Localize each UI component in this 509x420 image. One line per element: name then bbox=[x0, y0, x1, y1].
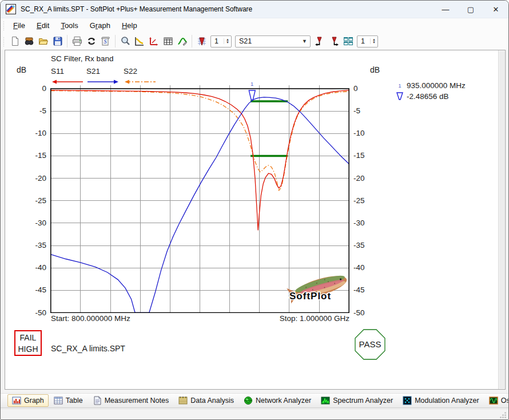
y-tick-left: -30 bbox=[22, 219, 46, 228]
close-button[interactable]: ✕ bbox=[483, 1, 508, 18]
save-file-icon bbox=[52, 35, 63, 47]
y-tick-right: -15 bbox=[353, 151, 379, 160]
toolbar-separator bbox=[67, 35, 67, 47]
y-tick-right: -20 bbox=[353, 174, 379, 183]
print-icon bbox=[71, 35, 83, 47]
toolbar: S 1 ▲▼ S21 ▼ bbox=[1, 33, 508, 50]
menu-gripper bbox=[3, 21, 5, 30]
print-button[interactable] bbox=[70, 34, 84, 49]
y-tick-right: -10 bbox=[353, 129, 379, 138]
tab-data-analysis[interactable]: Data Analysis bbox=[174, 394, 238, 407]
autoscale-button[interactable] bbox=[132, 34, 146, 49]
trace-settings-button[interactable] bbox=[175, 34, 189, 49]
y-tick-right: 0 bbox=[353, 84, 379, 93]
save-file-button[interactable] bbox=[50, 34, 65, 49]
axes-settings-button[interactable] bbox=[146, 34, 161, 49]
y-tick-left: -20 bbox=[22, 174, 46, 183]
marker-triangle-icon bbox=[393, 92, 407, 101]
parameter-select[interactable]: S21 ▼ bbox=[235, 35, 311, 47]
y-tick-left: -5 bbox=[22, 106, 46, 116]
refresh-icon bbox=[86, 35, 97, 47]
menu-item-graph[interactable]: Graph bbox=[84, 19, 116, 31]
fail-line-2: HIGH bbox=[18, 343, 38, 355]
vertical-scrollbar[interactable] bbox=[498, 50, 505, 389]
notes-icon bbox=[93, 396, 102, 405]
menu-item-help[interactable]: Help bbox=[116, 19, 143, 31]
maximize-button[interactable]: ▢ bbox=[458, 1, 483, 18]
file-name-label: SC_RX_A limits.SPT bbox=[51, 344, 125, 353]
tab-label: Oscilloscope bbox=[501, 397, 509, 405]
app-icon bbox=[6, 4, 16, 14]
marker-button[interactable] bbox=[194, 34, 209, 49]
data-table-button[interactable] bbox=[161, 34, 175, 49]
oscilloscope-icon bbox=[489, 396, 498, 405]
tab-label: Table bbox=[66, 397, 83, 405]
tab-modulation-analyzer[interactable]: Modulation Analyzer bbox=[398, 394, 484, 407]
graph-icon bbox=[12, 396, 21, 405]
script-editor-button[interactable]: S bbox=[98, 34, 113, 49]
network-analyzer-icon bbox=[244, 396, 253, 405]
scrollbar-thumb[interactable] bbox=[499, 51, 504, 389]
spinner-arrows-icon[interactable]: ▲▼ bbox=[224, 38, 231, 44]
stop-frequency-label: Stop: 1.000000 GHz bbox=[229, 314, 349, 323]
tab-graph[interactable]: Graph bbox=[7, 394, 49, 407]
marker-number: 1 bbox=[393, 83, 407, 89]
open-file-icon bbox=[38, 35, 49, 47]
pass-label: PASS bbox=[359, 339, 381, 349]
marker-triangle[interactable] bbox=[249, 90, 255, 100]
menu-item-edit[interactable]: Edit bbox=[31, 19, 55, 31]
trace-number-value: 1 bbox=[214, 37, 218, 45]
refresh-button[interactable] bbox=[84, 34, 98, 49]
tab-label: Spectrum Analyzer bbox=[333, 397, 393, 405]
y-tick-right: -35 bbox=[353, 241, 379, 250]
new-document-icon bbox=[9, 35, 21, 47]
resize-grip[interactable] bbox=[499, 411, 507, 419]
spinner-arrows-icon[interactable]: ▲▼ bbox=[370, 38, 377, 44]
y-tick-left: -40 bbox=[22, 263, 46, 272]
tab-label: Measurement Notes bbox=[105, 397, 169, 405]
y-tick-right: -5 bbox=[353, 106, 379, 116]
marker-search-left-button[interactable] bbox=[312, 34, 327, 49]
tab-measurement-notes[interactable]: Measurement Notes bbox=[88, 394, 174, 407]
app-window: SC_RX_A limits.SPT - SoftPlot +Plus+ Mea… bbox=[0, 0, 509, 420]
find-button[interactable] bbox=[22, 34, 36, 49]
y-tick-left: 0 bbox=[22, 84, 46, 93]
tab-table[interactable]: Table bbox=[49, 394, 88, 407]
menu-item-tools[interactable]: Tools bbox=[55, 19, 83, 31]
tab-spectrum-analyzer[interactable]: Spectrum Analyzer bbox=[316, 394, 397, 407]
zoom-button[interactable] bbox=[118, 34, 132, 49]
graph-canvas[interactable]: SC Filter, Rx band dB dB S11S21S22 00-5-… bbox=[5, 50, 506, 390]
new-document-button[interactable] bbox=[7, 34, 22, 49]
autoscale-icon bbox=[134, 35, 145, 47]
tab-oscilloscope[interactable]: Oscilloscope bbox=[484, 394, 509, 407]
find-icon bbox=[23, 35, 35, 47]
y-tick-left: -45 bbox=[22, 286, 46, 295]
spectrum-analyzer-icon bbox=[321, 396, 330, 405]
pass-badge: PASS bbox=[354, 328, 386, 363]
minimize-button[interactable]: — bbox=[433, 1, 458, 18]
y-tick-right: -25 bbox=[353, 196, 379, 205]
parameter-select-value: S21 bbox=[239, 37, 252, 45]
start-frequency-label: Start: 800.000000 MHz bbox=[51, 314, 130, 323]
menu-item-file[interactable]: File bbox=[7, 19, 31, 31]
chevron-down-icon: ▼ bbox=[302, 38, 307, 44]
y-tick-left: -25 bbox=[22, 196, 46, 205]
fail-high-badge: FAIL HIGH bbox=[14, 330, 42, 356]
open-file-button[interactable] bbox=[36, 34, 50, 49]
toolbar-separator bbox=[115, 35, 116, 47]
tab-label: Modulation Analyzer bbox=[415, 397, 479, 405]
tile-windows-button[interactable] bbox=[341, 34, 355, 49]
y-axis-unit-right: dB bbox=[370, 65, 380, 74]
y-tick-left: -10 bbox=[22, 129, 46, 138]
trace-number-spinner[interactable]: 1 ▲▼ bbox=[210, 35, 232, 47]
axes-settings-icon bbox=[148, 35, 160, 47]
marker-search-right-button[interactable] bbox=[327, 34, 341, 49]
y-tick-left: -50 bbox=[22, 308, 46, 318]
tile-windows-icon bbox=[343, 35, 354, 47]
window-number-spinner[interactable]: 1 ▲▼ bbox=[357, 35, 378, 47]
view-tab-bar: GraphTableMeasurement NotesData Analysis… bbox=[1, 393, 508, 408]
y-tick-right: -30 bbox=[353, 219, 379, 228]
tab-network-analyzer[interactable]: Network Analyzer bbox=[239, 394, 316, 407]
toolbar-gripper bbox=[3, 37, 5, 46]
script-editor-icon: S bbox=[100, 35, 112, 47]
